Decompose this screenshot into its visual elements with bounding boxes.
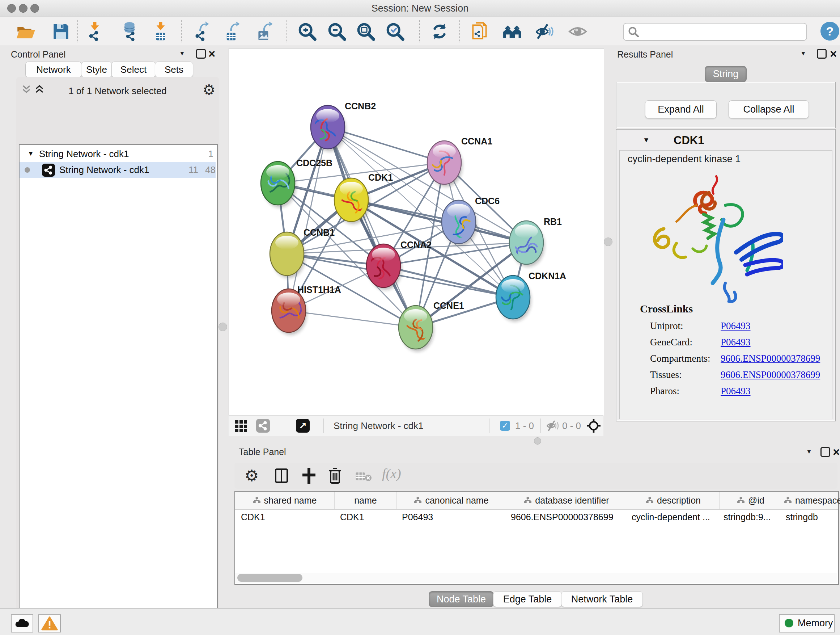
tab-style[interactable]: Style [81, 62, 112, 78]
import-table-icon[interactable] [150, 21, 171, 42]
refresh-icon[interactable] [429, 21, 450, 42]
protein-disclosure-icon[interactable]: ▼ [643, 136, 650, 144]
control-panel-menu-icon[interactable]: ▼ [179, 50, 185, 57]
table-settings-gear-icon[interactable]: ⚙ [245, 466, 259, 485]
column-header-shared-name[interactable]: shared name [235, 492, 335, 509]
string-view-icon[interactable] [256, 419, 270, 432]
tab-sets[interactable]: Sets [155, 62, 193, 78]
tab-select[interactable]: Select [111, 62, 156, 78]
grid-view-icon[interactable] [234, 419, 248, 432]
table-panel-close-icon[interactable]: × [833, 448, 840, 456]
tab-string[interactable]: String [705, 66, 747, 82]
network-collection-row[interactable]: ▼ String Network - cdk1 1 [19, 146, 216, 162]
tab-network-table[interactable]: Network Table [561, 591, 643, 607]
zoom-fit-icon[interactable] [355, 21, 376, 42]
column-header-namespace[interactable]: namespace [782, 492, 840, 509]
string-home-icon[interactable] [502, 21, 523, 42]
show-columns-icon[interactable] [273, 468, 289, 484]
column-header-database-identifier[interactable]: database identifier [506, 492, 627, 509]
node-CCNA2[interactable] [366, 244, 401, 290]
node-CCNE1[interactable] [399, 306, 434, 352]
crosslink-link[interactable]: 9606.ENSP00000378699 [721, 353, 820, 364]
protein-description: cyclin-dependent kinase 1 [628, 154, 741, 165]
export-table-icon[interactable] [223, 21, 243, 42]
glass-eye-icon[interactable] [568, 21, 588, 42]
memory-button[interactable]: Memory [779, 614, 835, 632]
table-hscrollbar[interactable] [235, 573, 837, 583]
expand-all-button[interactable]: Expand All [645, 100, 717, 119]
node-CCNA1[interactable] [427, 141, 462, 187]
help-icon[interactable]: ? [821, 22, 839, 41]
fit-selected-crosshair-icon[interactable] [586, 418, 601, 433]
column-header-name[interactable]: name [335, 492, 397, 509]
birds-eye-view-icon[interactable]: ↗ [296, 419, 309, 432]
cell-description[interactable]: cyclin-dependent ... [626, 510, 718, 526]
zoom-out-icon[interactable] [327, 21, 347, 42]
node-CDK1[interactable] [334, 178, 369, 224]
cell-canonical-name[interactable]: P06493 [396, 510, 505, 526]
control-panel-float-icon[interactable] [196, 49, 206, 59]
edge-CCNB2-HIST1H1A[interactable] [289, 127, 328, 310]
node-RB1[interactable] [509, 221, 545, 267]
delete-column-trash-icon[interactable] [328, 467, 342, 485]
column-header-@id[interactable]: @id [720, 492, 782, 509]
node-HIST1H1A[interactable] [272, 289, 307, 335]
cloud-status-button[interactable] [11, 614, 33, 632]
function-builder-icon[interactable]: f(x) [382, 466, 401, 481]
import-network-file-icon[interactable] [85, 21, 106, 42]
import-network-database-icon[interactable] [120, 21, 141, 42]
warning-status-button[interactable] [38, 614, 61, 632]
column-header-canonical-name[interactable]: canonical name [397, 492, 506, 509]
disclosure-triangle-icon[interactable]: ▼ [27, 150, 34, 157]
crosslink-link[interactable]: P06493 [721, 386, 751, 397]
node-CCNB2[interactable] [311, 105, 346, 151]
hide-glass-eye-icon[interactable] [534, 21, 554, 42]
node-CDC25B[interactable] [261, 162, 296, 207]
table-panel-menu-icon[interactable]: ▼ [806, 448, 812, 455]
network-row[interactable]: String Network - cdk1 11 48 [19, 162, 216, 178]
collapse-all-button[interactable]: Collapse All [729, 100, 809, 119]
cell-namespace[interactable]: stringdb [780, 510, 840, 526]
crosslink-label: Compartments: [650, 353, 721, 364]
selected-checkbox-icon[interactable]: ✓ [500, 421, 510, 431]
results-panel-float-icon[interactable] [817, 49, 827, 59]
export-network-icon[interactable] [193, 21, 213, 42]
control-panel-close-icon[interactable]: × [208, 50, 215, 57]
cell-@id[interactable]: stringdb:9... [718, 510, 780, 526]
search-input[interactable] [623, 23, 807, 41]
network-label: String Network - cdk1 [59, 165, 149, 176]
save-session-icon[interactable] [51, 21, 71, 42]
hidden-eye-icon[interactable] [546, 419, 559, 432]
results-panel-close-icon[interactable]: × [830, 50, 837, 57]
crosslink-link[interactable]: P06493 [721, 337, 751, 348]
edge-HIST1H1A-CCNE1[interactable] [289, 310, 416, 327]
open-session-icon[interactable] [15, 21, 35, 42]
node-CDC6[interactable] [442, 200, 477, 246]
node-CCNB1[interactable] [270, 232, 305, 278]
crosslink-link[interactable]: P06493 [721, 320, 751, 332]
hscrollbar-thumb[interactable] [237, 574, 302, 582]
table-panel-float-icon[interactable] [821, 447, 830, 457]
cell-database-identifier[interactable]: 9606.ENSP00000378699 [505, 510, 626, 526]
results-panel-menu-icon[interactable]: ▼ [800, 50, 806, 57]
node-CDKN1A[interactable] [496, 276, 531, 321]
tab-network[interactable]: Network [25, 62, 82, 78]
network-options-gear-icon[interactable]: ⚙ [202, 81, 216, 98]
tab-node-table[interactable]: Node Table [429, 591, 494, 607]
export-image-icon[interactable] [255, 21, 275, 42]
delete-table-icon[interactable] [355, 470, 372, 482]
create-column-plus-icon[interactable] [301, 467, 317, 485]
string-document-icon[interactable] [470, 21, 490, 42]
zoom-selected-icon[interactable] [385, 21, 405, 42]
table-row[interactable]: CDK1CDK1P064939606.ENSP00000378699cyclin… [235, 510, 838, 526]
tab-edge-table[interactable]: Edge Table [493, 591, 562, 607]
zoom-in-icon[interactable] [297, 21, 317, 42]
crosslink-link[interactable]: 9606.ENSP00000378699 [721, 369, 820, 380]
edge-CCNB2-CCNE1[interactable] [328, 127, 416, 327]
left-splitter-handle[interactable] [218, 323, 227, 331]
edge-CDK1-RB1[interactable] [351, 200, 526, 242]
cell-name[interactable]: CDK1 [334, 510, 396, 526]
column-header-description[interactable]: description [627, 492, 720, 509]
cell-shared-name[interactable]: CDK1 [235, 510, 334, 526]
network-canvas[interactable]: CCNB2CCNA1CDC25BCDK1CDC6RB1CCNB1CCNA2CDK… [229, 48, 604, 416]
